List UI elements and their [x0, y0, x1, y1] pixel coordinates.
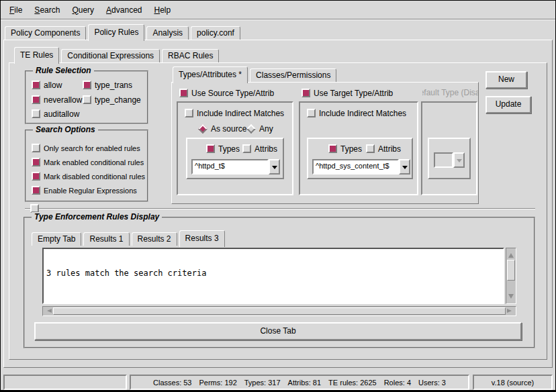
stat-te-rules: TE rules: 2625 [328, 379, 377, 387]
criteria-tabbar: Types/Attributes * Classes/Permissions [173, 66, 338, 83]
target-attribs-indicator [366, 144, 375, 153]
menu-search[interactable]: Search [28, 3, 66, 17]
checkbox-target-attribs[interactable]: Attribs [366, 144, 401, 154]
tab-results-2[interactable]: Results 2 [132, 232, 177, 246]
radio-as-source[interactable]: As source [198, 124, 246, 134]
results-text-area[interactable]: 3 rules match the search criteria (5822)… [42, 248, 504, 304]
menu-query[interactable]: Query [66, 3, 100, 17]
tab-policy-conf[interactable]: policy.conf [191, 26, 240, 40]
horizontal-scroll-thumb[interactable] [53, 307, 506, 315]
checkbox-only-enabled-rules[interactable]: Only search for enabled rules [32, 143, 140, 153]
radio-any[interactable]: Any [246, 124, 273, 134]
checkbox-source-attribs[interactable]: Attribs [242, 144, 277, 154]
scroll-up-icon[interactable] [508, 250, 514, 258]
target-attribs-label: Attribs [378, 144, 401, 154]
use-target-indicator [302, 89, 310, 97]
update-button[interactable]: Update [485, 96, 531, 113]
tab-classes-permissions[interactable]: Classes/Permissions [250, 68, 336, 82]
enable-regex-indicator [32, 186, 40, 195]
menu-advanced[interactable]: Advanced [100, 3, 148, 17]
tab-empty[interactable]: Empty Tab [32, 232, 81, 246]
only-enabled-indicator [32, 144, 40, 152]
source-type-dropdown-icon[interactable] [269, 159, 280, 175]
source-type-entry[interactable]: ^httpd_t$ [191, 159, 269, 175]
neverallow-label: neverallow [44, 95, 82, 105]
tab-te-rules[interactable]: TE Rules [14, 47, 59, 64]
scroll-left-icon[interactable] [45, 309, 52, 313]
new-button[interactable]: New [485, 71, 527, 89]
source-types-indicator [206, 144, 215, 153]
checkbox-type-trans[interactable]: type_trans [83, 80, 132, 90]
checkbox-allow[interactable]: allow [32, 80, 62, 90]
menu-file[interactable]: File [3, 3, 28, 17]
target-type-entry[interactable]: ^httpd_sys_content_t$ [312, 159, 399, 175]
checkbox-mark-enabled-conditional[interactable]: Mark enabled conditional rules [32, 157, 144, 167]
tab-conditional-expressions[interactable]: Conditional Expressions [61, 49, 160, 62]
vertical-scroll-thumb[interactable] [507, 260, 515, 281]
source-types-frame: Types Attribs ^httpd_t$ [186, 138, 284, 179]
type-trans-label: type_trans [95, 81, 132, 90]
close-tab-button[interactable]: Close Tab [34, 322, 522, 340]
default-type-frame [428, 138, 471, 179]
checkbox-auditallow[interactable]: auditallow [32, 109, 79, 119]
scroll-down-icon[interactable] [508, 294, 514, 301]
horizontal-scrollbar[interactable] [42, 306, 516, 316]
menu-help[interactable]: Help [148, 3, 177, 17]
checkbox-enable-regex[interactable]: Enable Regular Expressions [32, 185, 137, 195]
mark-enabled-label: Mark enabled conditional rules [44, 158, 144, 166]
type-change-indicator [83, 95, 91, 104]
tab-types-attributes[interactable]: Types/Attributes * [173, 66, 248, 83]
allow-indicator [32, 81, 40, 89]
as-source-label: As source [211, 124, 246, 134]
status-stats-box: Classes: 53 Perms: 192 Types: 317 Attrib… [130, 375, 469, 390]
target-type-dropdown-icon[interactable] [399, 159, 410, 175]
checkbox-source-indirect[interactable]: Include Indirect Matches [185, 108, 284, 118]
stat-roles: Roles: 4 [384, 379, 411, 387]
target-types-label: Types [340, 144, 362, 154]
status-message-box [3, 375, 127, 390]
tab-policy-rules[interactable]: Policy Rules [88, 24, 144, 41]
mark-disabled-indicator [32, 172, 40, 181]
stat-classes: Classes: 53 [153, 379, 191, 387]
source-attribs-label: Attribs [254, 144, 277, 154]
source-panel: Include Indirect Matches As source Any T… [177, 101, 293, 195]
tab-policy-components[interactable]: Policy Components [5, 26, 86, 40]
checkbox-use-target[interactable]: Use Target Type/Attrib [302, 88, 393, 98]
checkbox-target-types[interactable]: Types [328, 144, 362, 154]
search-options-group: Search Options Only search for enabled r… [25, 130, 148, 202]
checkbox-use-source[interactable]: Use Source Type/Attrib [179, 88, 274, 98]
use-target-label: Use Target Type/Attrib [314, 89, 393, 98]
rules-tabbar: TE Rules Conditional Expressions RBAC Ru… [14, 46, 221, 64]
tab-analysis[interactable]: Analysis [146, 26, 189, 40]
results-tabbar: Empty Tab Results 1 Results 2 Results 3 [32, 230, 227, 247]
policy-version-box: v.18 (source) [473, 375, 553, 390]
stat-attribs: Attribs: 81 [288, 379, 322, 387]
checkbox-neverallow[interactable]: neverallow [32, 95, 82, 105]
auditallow-indicator [32, 109, 40, 118]
checkbox-mark-disabled-conditional[interactable]: Mark disabled conditional rules [32, 171, 145, 181]
any-label: Any [259, 124, 273, 134]
window-bottom-border [1, 390, 555, 391]
target-type-combobox: ^httpd_sys_content_t$ [312, 159, 410, 175]
auditallow-label: auditallow [44, 109, 79, 119]
vertical-scrollbar[interactable] [506, 248, 516, 304]
te-rules-display-title: Type Enforcement Rules Display [32, 212, 162, 222]
pane-sash [25, 208, 535, 209]
rule-selection-group: Rule Selection allow type_trans neverall… [25, 70, 148, 124]
checkbox-target-indirect[interactable]: Include Indirect Matches [307, 108, 406, 118]
checkbox-type-change[interactable]: type_change [83, 95, 141, 105]
stat-perms: Perms: 192 [199, 379, 237, 387]
only-enabled-label: Only search for enabled rules [44, 144, 140, 152]
checkbox-source-types[interactable]: Types [206, 144, 240, 154]
type-change-label: type_change [95, 95, 141, 105]
tab-results-3[interactable]: Results 3 [179, 230, 225, 247]
default-type-panel [421, 101, 477, 195]
default-type-label: Default Type (Disabled) [422, 88, 478, 97]
scroll-right-icon[interactable] [507, 309, 514, 313]
use-source-indicator [179, 89, 188, 97]
source-indirect-indicator [185, 109, 193, 117]
target-indirect-label: Include Indirect Matches [319, 109, 406, 118]
stat-users: Users: 3 [418, 379, 446, 387]
tab-rbac-rules[interactable]: RBAC Rules [162, 49, 219, 62]
tab-results-1[interactable]: Results 1 [83, 232, 129, 246]
